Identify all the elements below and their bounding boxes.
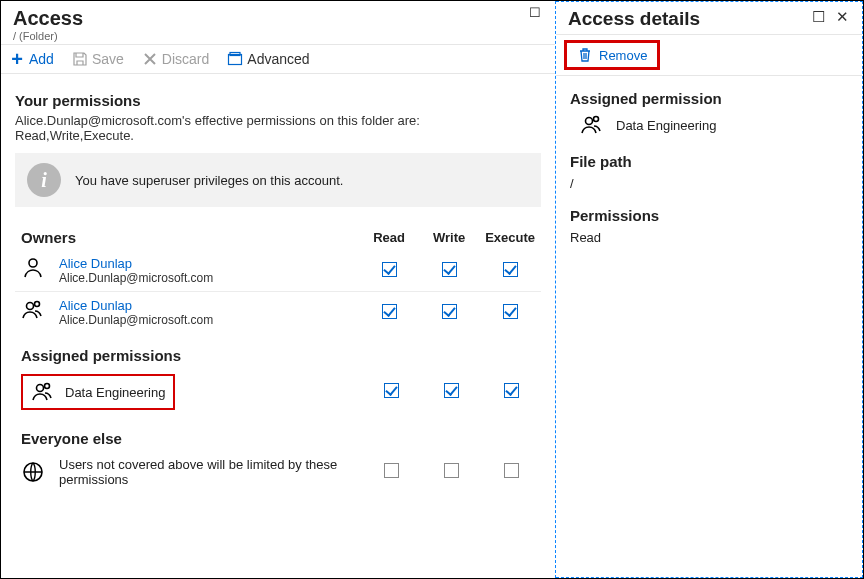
col-read: Read — [359, 225, 419, 250]
permissions-title: Permissions — [570, 207, 848, 224]
your-permissions-text: Alice.Dunlap@microsoft.com's effective p… — [15, 113, 541, 143]
owners-table: Owners Read Write Execute — [15, 225, 541, 333]
svg-point-6 — [45, 384, 50, 389]
details-content: Assigned permission Data Engineering Fil… — [556, 76, 862, 255]
owner-name: Alice Dunlap — [59, 298, 213, 313]
plus-icon: + — [9, 51, 25, 67]
everyone-text: Users not covered above will be limited … — [59, 457, 339, 487]
write-checkbox[interactable] — [444, 383, 459, 398]
table-row[interactable]: Alice Dunlap Alice.Dunlap@microsoft.com — [15, 250, 541, 292]
table-row[interactable]: Alice Dunlap Alice.Dunlap@microsoft.com — [15, 292, 541, 334]
read-checkbox[interactable] — [382, 262, 397, 277]
read-checkbox[interactable] — [382, 304, 397, 319]
maximize-icon[interactable]: ☐ — [529, 5, 541, 20]
details-header: Access details ☐ ✕ — [556, 2, 862, 34]
assigned-title: Assigned permissions — [21, 347, 181, 364]
group-icon — [21, 298, 45, 322]
info-icon: i — [27, 163, 61, 197]
save-label: Save — [92, 51, 124, 67]
assigned-name: Data Engineering — [65, 385, 165, 400]
add-label: Add — [29, 51, 54, 67]
table-row[interactable]: Users not covered above will be limited … — [15, 451, 541, 493]
access-panel: Access / (Folder) ☐ + Add Save Discard — [1, 1, 556, 578]
access-title: Access — [13, 7, 543, 30]
close-icon[interactable]: ✕ — [836, 8, 852, 26]
permissions-value: Read — [570, 230, 848, 245]
svg-point-5 — [37, 385, 44, 392]
assigned-table: Assigned permissions Data Engineering — [15, 343, 541, 416]
owner-email: Alice.Dunlap@microsoft.com — [59, 271, 213, 285]
save-icon — [72, 51, 88, 67]
access-header: Access / (Folder) ☐ — [1, 1, 555, 44]
write-checkbox[interactable] — [442, 262, 457, 277]
details-panel: Access details ☐ ✕ Remove Assigned permi… — [556, 1, 863, 578]
owners-title: Owners — [21, 229, 76, 246]
write-checkbox[interactable] — [442, 304, 457, 319]
file-path-title: File path — [570, 153, 848, 170]
owner-name: Alice Dunlap — [59, 256, 213, 271]
group-icon — [580, 113, 604, 137]
access-content: Your permissions Alice.Dunlap@microsoft.… — [1, 74, 555, 578]
details-toolbar: Remove — [556, 34, 862, 76]
execute-checkbox[interactable] — [504, 463, 519, 478]
owner-email: Alice.Dunlap@microsoft.com — [59, 313, 213, 327]
x-icon — [142, 51, 158, 67]
assigned-highlight: Data Engineering — [21, 374, 175, 410]
execute-checkbox[interactable] — [503, 304, 518, 319]
advanced-label: Advanced — [247, 51, 309, 67]
col-write: Write — [419, 225, 479, 250]
globe-icon — [21, 460, 45, 484]
svg-point-3 — [27, 303, 34, 310]
trash-icon — [577, 47, 593, 63]
discard-button: Discard — [142, 51, 209, 67]
discard-label: Discard — [162, 51, 209, 67]
execute-checkbox[interactable] — [503, 262, 518, 277]
file-path-value: / — [570, 176, 848, 191]
group-icon — [31, 380, 55, 404]
assigned-permission-title: Assigned permission — [570, 90, 848, 107]
access-subtitle: / (Folder) — [13, 30, 543, 42]
maximize-icon[interactable]: ☐ — [812, 8, 828, 26]
read-checkbox[interactable] — [384, 463, 399, 478]
add-button[interactable]: + Add — [9, 51, 54, 67]
svg-point-4 — [35, 302, 40, 307]
write-checkbox[interactable] — [444, 463, 459, 478]
details-title: Access details — [568, 8, 700, 29]
info-text: You have superuser privileges on this ac… — [75, 173, 343, 188]
svg-point-2 — [29, 259, 37, 267]
everyone-table: Everyone else Users not covered above wi… — [15, 426, 541, 493]
everyone-title: Everyone else — [21, 430, 122, 447]
read-checkbox[interactable] — [384, 383, 399, 398]
execute-checkbox[interactable] — [504, 383, 519, 398]
remove-button[interactable]: Remove — [564, 40, 660, 70]
remove-label: Remove — [599, 48, 647, 63]
person-icon — [21, 256, 45, 280]
access-toolbar: + Add Save Discard Advanced — [1, 44, 555, 74]
advanced-button[interactable]: Advanced — [227, 51, 309, 67]
your-permissions-title: Your permissions — [15, 92, 541, 109]
assigned-permission-value: Data Engineering — [616, 118, 716, 133]
table-row[interactable]: Data Engineering — [15, 368, 541, 416]
svg-point-8 — [586, 118, 593, 125]
svg-point-9 — [594, 117, 599, 122]
save-button: Save — [72, 51, 124, 67]
col-exec: Execute — [479, 225, 541, 250]
info-bar: i You have superuser privileges on this … — [15, 153, 541, 207]
advanced-icon — [227, 51, 243, 67]
